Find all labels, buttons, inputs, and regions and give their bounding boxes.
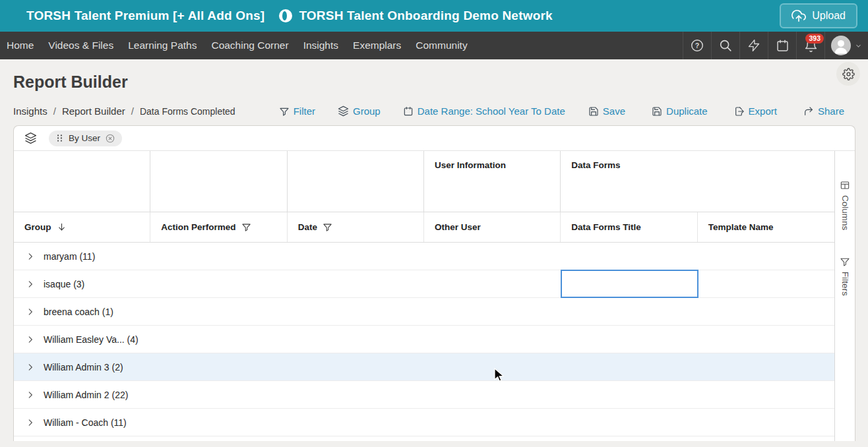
table-row-william-easley[interactable]: William Easley Va... (4)	[14, 326, 834, 353]
column-label: Date	[298, 222, 317, 232]
layers-icon	[338, 105, 349, 117]
share-button[interactable]: Share	[803, 105, 844, 117]
chevron-right-icon[interactable]	[26, 335, 35, 344]
nav-item-home[interactable]: Home	[7, 40, 34, 51]
table-row-maryam[interactable]: maryam (11)	[14, 243, 834, 270]
table-row-william-admin-3[interactable]: William Admin 3 (2)	[14, 353, 834, 381]
tab-columns-label: Columns	[840, 195, 850, 230]
breadcrumb-report-builder[interactable]: Report Builder	[62, 105, 125, 117]
filter-funnel-icon[interactable]	[241, 222, 251, 232]
notification-count-badge: 393	[805, 34, 824, 44]
row-label: William Admin 2 (22)	[44, 390, 128, 400]
caret-down-icon	[855, 42, 862, 49]
table-row-william-admin-2[interactable]: William Admin 2 (22)	[14, 381, 834, 409]
svg-text:?: ?	[695, 42, 699, 49]
column-label: Data Forms Title	[571, 222, 641, 232]
share-label: Share	[818, 105, 844, 117]
side-panel-tabs: Columns Filters	[835, 151, 855, 441]
group-button[interactable]: Group	[338, 105, 381, 117]
nav-item-exemplars[interactable]: Exemplars	[353, 40, 401, 51]
upload-label: Upload	[812, 10, 846, 22]
chevron-right-icon[interactable]	[26, 363, 35, 372]
quick-actions-lightning-icon[interactable]	[739, 32, 768, 59]
title-row: Report Builder	[0, 59, 868, 92]
chevron-right-icon[interactable]	[26, 252, 35, 261]
search-icon[interactable]	[711, 32, 739, 59]
breadcrumb-insights[interactable]: Insights	[13, 105, 47, 117]
selected-cell[interactable]	[561, 270, 698, 298]
report-tools-left: Filter Group Date Range: School Year To …	[279, 105, 565, 117]
breadcrumb-separator: /	[131, 105, 134, 117]
top-brand-bar: TORSH Talent Premium [+ All Add Ons] TOR…	[0, 0, 868, 32]
filter-label: Filter	[294, 105, 315, 117]
layers-icon[interactable]	[24, 132, 37, 144]
column-header-data-forms-title[interactable]: Data Forms Title	[561, 212, 697, 242]
chip-close-icon[interactable]	[105, 133, 115, 144]
filter-button[interactable]: Filter	[279, 105, 315, 117]
nav-menu: Home Videos & Files Learning Paths Coach…	[0, 32, 468, 59]
column-header-action-performed[interactable]: Action Performed	[150, 212, 287, 242]
table-row-william-coach[interactable]: William - Coach (11)	[14, 409, 834, 436]
column-label: Other User	[435, 222, 481, 232]
help-icon[interactable]: ?	[683, 32, 711, 59]
tab-filters[interactable]: Filters	[840, 256, 850, 296]
table-rows: maryam (11) isaque (3) breena coach (1)	[14, 243, 834, 441]
nav-item-community[interactable]: Community	[416, 40, 467, 51]
group-header-data-forms: Data Forms	[561, 151, 834, 212]
calendar-icon[interactable]	[768, 32, 796, 59]
chevron-right-icon[interactable]	[26, 307, 35, 316]
column-group-header-row: User Information Data Forms	[14, 151, 834, 212]
group-label: Group	[353, 105, 381, 117]
sort-down-icon[interactable]	[57, 222, 67, 232]
tab-filters-label: Filters	[840, 272, 850, 296]
table-row-isaque[interactable]: isaque (3)	[14, 270, 834, 298]
grouping-bar: By User	[14, 126, 855, 151]
export-button[interactable]: Export	[734, 105, 777, 117]
breadcrumb-separator: /	[53, 105, 56, 117]
network-name-label: TORSH Talent Onboarding Demo Network	[299, 9, 552, 23]
row-label: William Easley Va... (4)	[44, 334, 139, 345]
breadcrumb-current: Data Forms Completed	[140, 106, 235, 117]
nav-item-learning-paths[interactable]: Learning Paths	[128, 40, 197, 51]
export-label: Export	[749, 105, 777, 117]
share-arrow-icon	[803, 106, 814, 117]
chip-label: By User	[69, 133, 100, 143]
report-table: User Information Data Forms Group Action…	[14, 151, 835, 441]
notifications-bell-icon[interactable]: 393	[796, 32, 824, 59]
group-header-empty	[150, 151, 287, 212]
column-header-group[interactable]: Group	[14, 212, 150, 242]
filter-funnel-icon[interactable]	[323, 222, 332, 232]
column-label: Group	[24, 222, 51, 232]
column-header-row: Group Action Performed Date Other U	[14, 212, 834, 243]
user-menu[interactable]	[824, 32, 868, 59]
duplicate-button[interactable]: Duplicate	[652, 105, 708, 117]
page-settings-gear-icon[interactable]	[836, 62, 860, 86]
nav-item-insights[interactable]: Insights	[303, 40, 338, 51]
upload-button[interactable]: Upload	[780, 3, 857, 28]
date-range-button[interactable]: Date Range: School Year To Date	[403, 105, 565, 117]
chevron-right-icon[interactable]	[26, 418, 35, 427]
save-button[interactable]: Save	[588, 105, 625, 117]
nav-item-coaching-corner[interactable]: Coaching Corner	[211, 40, 288, 51]
duplicate-label: Duplicate	[666, 105, 708, 117]
row-label: William - Coach (11)	[44, 417, 127, 428]
columns-icon	[840, 180, 850, 191]
funnel-icon	[279, 106, 290, 117]
table-row-breena-coach[interactable]: breena coach (1)	[14, 298, 834, 326]
chevron-right-icon[interactable]	[26, 280, 35, 289]
breadcrumb: Insights / Report Builder / Data Forms C…	[13, 105, 235, 117]
column-header-template-name[interactable]: Template Name	[698, 212, 834, 242]
filter-funnel-icon	[840, 256, 850, 267]
chevron-right-icon[interactable]	[26, 390, 35, 400]
column-header-other-user[interactable]: Other User	[424, 212, 561, 242]
tab-columns[interactable]: Columns	[840, 180, 850, 230]
network-brand: TORSH Talent Onboarding Demo Network	[279, 9, 552, 23]
nav-item-videos-files[interactable]: Videos & Files	[48, 40, 113, 51]
calendar-icon	[403, 106, 414, 117]
column-header-date[interactable]: Date	[288, 212, 424, 242]
brand-premium-label: TORSH Talent Premium [+ All Add Ons]	[26, 9, 264, 23]
report-table-panel: By User User Information Data Forms	[13, 125, 855, 441]
panel-body: User Information Data Forms Group Action…	[14, 151, 855, 441]
save-label: Save	[603, 105, 625, 117]
group-by-user-chip[interactable]: By User	[49, 131, 122, 146]
